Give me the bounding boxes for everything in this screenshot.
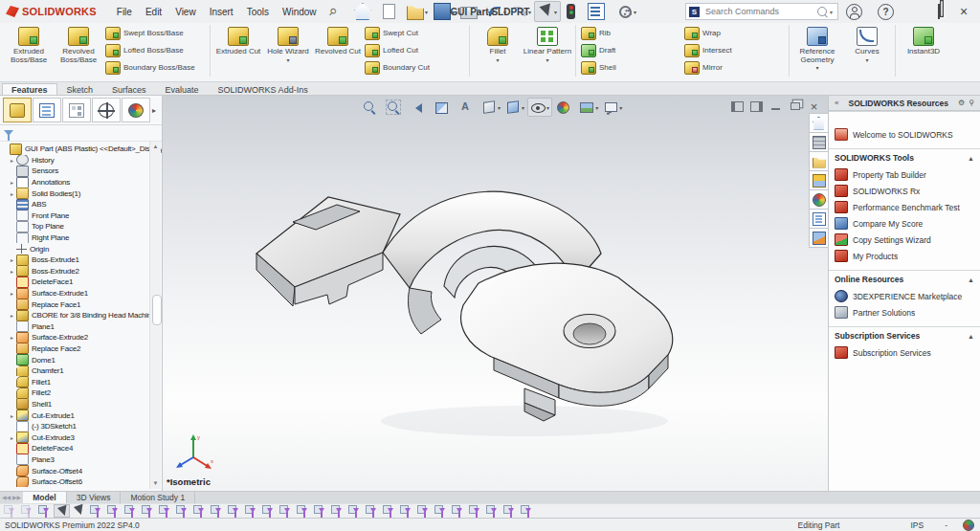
resources-tab[interactable] <box>809 113 829 133</box>
ribbon-button[interactable]: Draft ▾ <box>579 42 682 59</box>
displaymanager-tab[interactable] <box>122 98 150 122</box>
filter-datums-icon[interactable] <box>415 504 432 518</box>
filter-dimensions-icon[interactable] <box>346 504 363 518</box>
menu-item[interactable]: Insert <box>203 3 240 21</box>
tree-item[interactable]: ▸ Cut-Extrude3 <box>0 431 162 443</box>
filter-funnel-icon[interactable] <box>4 130 13 136</box>
tree-item[interactable]: ▸ History <box>0 155 162 166</box>
user-account-icon[interactable] <box>846 4 862 20</box>
collapse-pane-icon[interactable]: « <box>835 99 838 107</box>
filter-weld-symbols-icon[interactable] <box>398 504 414 518</box>
annotation-views-icon[interactable]: ▾ <box>456 99 479 116</box>
command-tab[interactable]: SOLIDWORKS Add-Ins <box>209 83 318 95</box>
filter-planes-icon[interactable] <box>209 504 225 518</box>
quick-access-button[interactable]: ▾ <box>431 2 457 21</box>
configurationmanager-tab[interactable] <box>62 98 91 122</box>
toggle-selection-filters-icon[interactable] <box>36 504 53 518</box>
scroll-down-icon[interactable]: ▼ <box>150 478 161 489</box>
expand-arrow-icon[interactable]: ▸ <box>8 312 16 319</box>
pane-pin-icon[interactable]: ⚲ <box>969 99 974 107</box>
ribbon-button[interactable]: Revolved Boss/Base ▾ <box>54 25 103 78</box>
search-icon[interactable] <box>817 7 827 16</box>
tree-item[interactable]: ▸ Replace Face1 <box>0 299 162 310</box>
command-tab[interactable]: Surfaces <box>102 83 156 95</box>
ribbon-button[interactable]: Revolved Cut ▾ <box>313 25 363 78</box>
tree-item[interactable]: ▸ Shell1 <box>0 399 162 410</box>
collapse-section-icon[interactable]: ▲ <box>968 155 974 162</box>
menu-item[interactable]: Edit <box>139 3 168 21</box>
tree-item[interactable]: ▸ ABS <box>0 199 162 210</box>
ribbon-button[interactable]: ▾ <box>575 25 576 77</box>
ribbon-button[interactable]: Swept Cut ▾ <box>363 25 466 42</box>
search-dropdown-icon[interactable]: ▾ <box>830 9 833 15</box>
filter-sketch-icon[interactable] <box>243 504 259 518</box>
display-style-icon[interactable]: ▾ <box>503 99 526 116</box>
restore-button[interactable] <box>926 1 951 22</box>
filter-points-icon[interactable] <box>226 504 242 518</box>
ribbon-button[interactable]: ▾ <box>895 25 896 77</box>
filter-sketch-segments-icon[interactable] <box>260 504 277 518</box>
command-tab[interactable]: Features <box>2 83 57 95</box>
custom-properties-tab[interactable] <box>809 209 829 229</box>
menu-item[interactable]: View <box>168 3 203 21</box>
tree-item[interactable]: ▸ Surface-Offset4 <box>0 465 162 476</box>
clear-selections-icon[interactable] <box>2 504 18 518</box>
tile-left-icon[interactable] <box>729 100 746 113</box>
help-icon[interactable]: ? <box>878 4 894 20</box>
ribbon-button[interactable]: ▾ <box>469 25 470 77</box>
filter-axes-icon[interactable] <box>191 504 208 518</box>
task-pane-link[interactable]: Partner Solutions <box>835 304 974 321</box>
expand-arrow-icon[interactable]: ▸ <box>8 334 16 341</box>
pin-icon[interactable]: ⚲ <box>326 5 339 17</box>
filter-surface-finish-icon[interactable] <box>381 504 397 518</box>
task-pane-link[interactable]: 3DEXPERIENCE Marketplace <box>835 288 974 304</box>
filter-surface-bodies-icon[interactable] <box>174 504 190 518</box>
close-document-icon[interactable]: × <box>806 100 822 113</box>
tree-item[interactable]: ▸ Origin <box>0 243 162 254</box>
sep[interactable] <box>484 504 501 518</box>
part-3d-model[interactable] <box>237 161 687 457</box>
view-palette-tab[interactable] <box>809 170 829 190</box>
expand-arrow-icon[interactable]: ▸ <box>8 256 16 263</box>
expand-arrow-icon[interactable]: ▸ <box>8 434 16 441</box>
filter-hatch-icon[interactable] <box>364 504 380 518</box>
scroll-up-icon[interactable]: ▲ <box>150 142 161 152</box>
tree-item[interactable]: ▸ Surface-Offset6 <box>0 476 162 488</box>
featuremanager-tab[interactable] <box>3 98 32 122</box>
tree-item[interactable]: ▸ CBORE for 3/8 Binding Head Machine Scr… <box>0 310 162 321</box>
filter-faces-icon[interactable] <box>140 504 156 518</box>
ribbon-button[interactable]: Lofted Boss/Base ▾ <box>103 42 207 59</box>
tree-item[interactable]: ▸ Solid Bodies(1) <box>0 188 162 199</box>
tree-item[interactable]: ▸ Chamfer1 <box>0 365 162 377</box>
hide-show-items-icon[interactable]: ▾ <box>527 98 552 117</box>
expand-arrow-icon[interactable]: ▸ <box>8 412 16 419</box>
task-pane-link[interactable]: My Products <box>835 248 974 264</box>
tree-item[interactable]: ▸ Dome1 <box>0 354 162 365</box>
filter-connection-points-icon[interactable] <box>501 504 518 518</box>
quick-access-button[interactable]: ▾ <box>484 2 509 21</box>
status-dropdown[interactable]: - <box>945 520 947 530</box>
collapse-section-icon[interactable]: ▲ <box>968 333 974 340</box>
collapse-section-icon[interactable]: ▲ <box>968 277 974 283</box>
document-tab[interactable]: Motion Study 1 <box>121 492 195 503</box>
tree-item[interactable]: ▸ Right Plane <box>0 232 162 244</box>
minimize-button[interactable] <box>902 1 926 22</box>
section-view-icon[interactable]: ▾ <box>432 99 455 116</box>
task-pane-link[interactable]: Performance Benchmark Test <box>835 199 974 215</box>
ribbon-button[interactable]: Fillet ▾ <box>473 25 523 78</box>
zoom-to-area-icon[interactable]: ▾ <box>384 99 407 116</box>
scrollbar-thumb[interactable] <box>152 295 162 325</box>
task-pane-link[interactable]: Welcome to SOLIDWORKS <box>835 126 974 143</box>
quick-access-button[interactable]: ▾ <box>404 2 431 21</box>
dimxpertmanager-tab[interactable] <box>92 98 121 122</box>
ribbon-button[interactable]: Hole Wizard ▾ <box>263 25 313 78</box>
ribbon-button[interactable]: Lofted Cut ▾ <box>363 42 466 59</box>
filter-balloons-icon[interactable] <box>450 504 466 518</box>
ribbon-button[interactable]: Mirror ▾ <box>682 59 786 77</box>
panel-flyout-arrow-icon[interactable]: ▸ <box>152 106 156 115</box>
graphics-viewport[interactable]: ▾ ▾ ▾ ▾ ▾ ▾ <box>163 96 828 491</box>
filter-centerline-icon[interactable] <box>329 504 345 518</box>
tree-item[interactable]: ▸ Replace Face2 <box>0 343 162 355</box>
sep[interactable] <box>88 504 104 518</box>
tab-scroll-arrows[interactable]: ◀◀ ▶▶ <box>0 492 23 503</box>
